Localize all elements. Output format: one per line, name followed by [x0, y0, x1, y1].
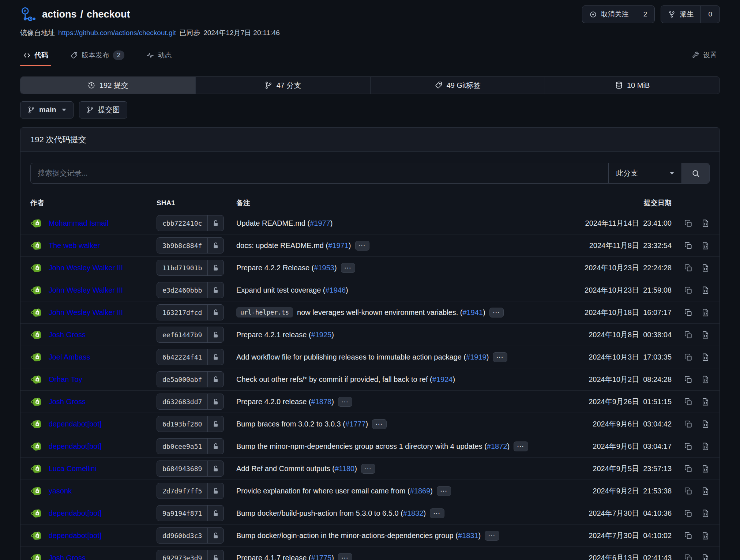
commit-message[interactable]: Expand unit test coverage (#1946) [236, 286, 348, 294]
commit-message[interactable]: docs: update README.md (#1971) [236, 241, 351, 250]
copy-sha-button[interactable] [684, 308, 692, 317]
stat-commits[interactable]: 192 提交 [20, 77, 195, 94]
pr-link[interactable]: #1180 [335, 465, 354, 473]
pr-link[interactable]: #1832 [403, 509, 424, 517]
expand-commit-body-button[interactable]: ··· [341, 263, 356, 273]
avatar[interactable] [30, 484, 44, 497]
commit-sha-badge[interactable]: 6b42224f41 [157, 349, 224, 365]
browse-source-button[interactable] [701, 241, 710, 250]
browse-source-button[interactable] [701, 353, 710, 361]
avatar[interactable] [30, 395, 44, 408]
author-name-link[interactable]: John Wesley Walker III [49, 308, 123, 317]
copy-sha-button[interactable] [684, 509, 692, 518]
browse-source-button[interactable] [701, 375, 710, 384]
commit-message[interactable]: Update README.md (#1977) [236, 219, 333, 228]
commit-sha-badge[interactable]: 9a9194f871 [157, 505, 224, 521]
expand-commit-body-button[interactable]: ··· [372, 419, 387, 429]
copy-sha-button[interactable] [684, 219, 692, 228]
commit-sha-badge[interactable]: 163217dfcd [157, 304, 224, 320]
author-name-link[interactable]: Joel Ambass [49, 353, 90, 361]
copy-sha-button[interactable] [684, 531, 692, 540]
avatar[interactable] [30, 217, 44, 230]
copy-sha-button[interactable] [684, 465, 692, 473]
commit-message[interactable]: Prepare 4.2.1 release (#1925) [236, 331, 334, 339]
commit-sha-badge[interactable]: 2d7d9f7ff5 [157, 483, 224, 499]
browse-source-button[interactable] [701, 487, 710, 495]
avatar[interactable] [30, 417, 44, 431]
commit-message[interactable]: Prepare 4.1.7 release (#1775) [236, 554, 334, 560]
expand-commit-body-button[interactable]: ··· [485, 531, 499, 541]
commit-message[interactable]: Bump the minor-npm-dependencies group ac… [236, 442, 510, 451]
browse-source-button[interactable] [701, 398, 710, 406]
pr-link[interactable]: #1872 [487, 442, 507, 450]
pr-link[interactable]: #1831 [458, 531, 478, 540]
fork-button[interactable]: 派生 0 [661, 5, 720, 23]
pr-link[interactable]: #1977 [310, 219, 330, 227]
expand-commit-body-button[interactable]: ··· [338, 397, 353, 407]
copy-sha-button[interactable] [684, 554, 692, 560]
avatar[interactable] [30, 373, 44, 386]
browse-source-button[interactable] [701, 531, 710, 540]
author-name-link[interactable]: dependabot[bot] [49, 420, 102, 428]
avatar[interactable] [30, 328, 44, 341]
commit-sha-badge[interactable]: db0cee9a51 [157, 438, 224, 454]
tab-settings[interactable]: 设置 [689, 45, 720, 66]
commit-sha-badge[interactable]: b684943689 [157, 461, 224, 477]
avatar[interactable] [30, 462, 44, 475]
copy-sha-button[interactable] [684, 487, 692, 495]
copy-sha-button[interactable] [684, 264, 692, 272]
pr-link[interactable]: #1946 [325, 286, 346, 294]
commit-sha-badge[interactable]: 692973e3d9 [157, 550, 224, 560]
commit-message[interactable]: Bump docker/build-push-action from 5.3.0… [236, 509, 426, 518]
expand-commit-body-button[interactable]: ··· [489, 308, 504, 317]
commit-message[interactable]: Bump braces from 3.0.2 to 3.0.3 (#1777) [236, 420, 368, 428]
author-name-link[interactable]: John Wesley Walker III [49, 264, 123, 272]
author-name-link[interactable]: Luca Comellini [49, 465, 97, 473]
commit-message[interactable]: now leverages well-known environment var… [297, 308, 485, 317]
stat-size[interactable]: 10 MiB [545, 77, 720, 94]
pr-link[interactable]: #1925 [311, 331, 332, 339]
commit-sha-badge[interactable]: 6d193bf280 [157, 416, 224, 432]
branch-scope-dropdown[interactable]: 此分支 [608, 163, 681, 183]
stat-tags[interactable]: 49 Git标签 [370, 77, 545, 94]
copy-sha-button[interactable] [684, 353, 692, 361]
copy-sha-button[interactable] [684, 420, 692, 428]
avatar[interactable] [30, 529, 44, 542]
copy-sha-button[interactable] [684, 442, 692, 451]
commit-search-button[interactable] [681, 163, 709, 183]
commit-sha-badge[interactable]: dd960bd3c3 [157, 527, 224, 544]
browse-source-button[interactable] [701, 442, 710, 451]
copy-sha-button[interactable] [684, 331, 692, 339]
avatar[interactable] [30, 507, 44, 520]
avatar[interactable] [30, 440, 44, 453]
expand-commit-body-button[interactable]: ··· [338, 553, 353, 560]
expand-commit-body-button[interactable]: ··· [355, 241, 370, 251]
commit-sha-badge[interactable]: 11bd71901b [157, 260, 224, 276]
pr-link[interactable]: #1941 [463, 308, 483, 316]
commit-sha-badge[interactable]: eef61447b9 [157, 327, 224, 343]
expand-commit-body-button[interactable]: ··· [437, 486, 451, 496]
browse-source-button[interactable] [701, 420, 710, 428]
commit-message[interactable]: Provide explanation for where user email… [236, 487, 433, 495]
branch-selector[interactable]: main [20, 101, 74, 119]
browse-source-button[interactable] [701, 509, 710, 518]
unwatch-button[interactable]: 取消关注 2 [582, 5, 655, 23]
actions-org-avatar-icon[interactable] [20, 6, 36, 22]
commit-message[interactable]: Bump docker/login-action in the minor-ac… [236, 531, 481, 540]
pr-link[interactable]: #1924 [432, 375, 453, 383]
expand-commit-body-button[interactable]: ··· [361, 464, 376, 474]
browse-source-button[interactable] [701, 219, 710, 228]
avatar[interactable] [30, 306, 44, 319]
owner-link[interactable]: actions [42, 9, 77, 20]
commit-sha-badge[interactable]: d632683dd7 [157, 394, 224, 410]
author-name-link[interactable]: The web walker [49, 241, 100, 250]
commit-message[interactable]: Check out other refs/* by commit if prov… [236, 375, 455, 384]
commit-sha-badge[interactable]: e3d2460bbb [157, 282, 224, 298]
commit-sha-badge[interactable]: 3b9b8c884f [157, 237, 224, 253]
expand-commit-body-button[interactable]: ··· [514, 441, 528, 451]
stat-branches[interactable]: 47 分支 [195, 77, 370, 94]
copy-sha-button[interactable] [684, 375, 692, 384]
pr-link[interactable]: #1953 [314, 264, 334, 272]
expand-commit-body-button[interactable]: ··· [493, 352, 507, 362]
avatar[interactable] [30, 283, 44, 297]
